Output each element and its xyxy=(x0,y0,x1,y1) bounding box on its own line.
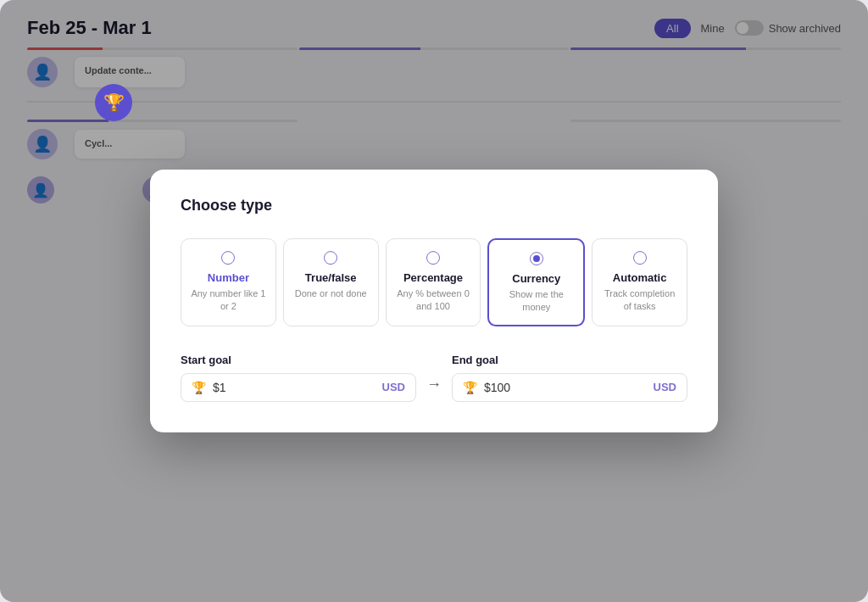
type-label-automatic: Automatic xyxy=(601,271,678,284)
type-options-container: Number Any number like 1 or 2 True/false… xyxy=(181,238,687,326)
type-option-true-false[interactable]: True/false Done or not done xyxy=(283,238,379,326)
type-option-currency[interactable]: Currency Show me the money xyxy=(487,238,585,326)
type-desc-number: Any number like 1 or 2 xyxy=(190,287,267,314)
type-radio-true-false xyxy=(324,251,337,265)
type-label-percentage: Percentage xyxy=(395,271,472,284)
type-radio-number xyxy=(221,251,235,265)
start-goal-label: Start goal xyxy=(181,354,416,366)
end-goal-label: End goal xyxy=(452,354,687,366)
end-goal-field: End goal 🏆 USD xyxy=(452,354,687,402)
type-label-currency: Currency xyxy=(498,272,575,285)
start-goal-currency: USD xyxy=(382,381,405,393)
start-goal-input-wrap: 🏆 USD xyxy=(181,373,416,402)
start-goal-trophy-icon: 🏆 xyxy=(192,381,206,394)
type-label-number: Number xyxy=(190,271,267,284)
type-label-true-false: True/false xyxy=(292,271,370,284)
end-goal-currency: USD xyxy=(654,381,676,393)
type-desc-currency: Show me the money xyxy=(498,288,575,315)
type-desc-true-false: Done or not done xyxy=(292,287,370,300)
end-goal-trophy-icon: 🏆 xyxy=(463,381,477,394)
type-desc-automatic: Track completion of tasks xyxy=(601,287,678,314)
type-option-number[interactable]: Number Any number like 1 or 2 xyxy=(181,238,276,326)
type-radio-automatic xyxy=(633,251,647,265)
goal-arrow: → xyxy=(426,376,442,393)
bg-trophy-icon: 🏆 xyxy=(95,84,132,121)
modal-dialog: Choose type Number Any number like 1 or … xyxy=(150,170,718,432)
start-goal-field: Start goal 🏆 USD xyxy=(181,354,416,402)
goal-fields-row: Start goal 🏆 USD → End goal 🏆 USD xyxy=(181,354,687,402)
type-option-automatic[interactable]: Automatic Track completion of tasks xyxy=(592,238,687,326)
type-radio-currency xyxy=(530,252,543,265)
start-goal-input[interactable] xyxy=(213,381,376,394)
type-desc-percentage: Any % between 0 and 100 xyxy=(395,287,472,314)
modal-title: Choose type xyxy=(181,197,687,215)
type-option-percentage[interactable]: Percentage Any % between 0 and 100 xyxy=(386,238,481,326)
type-radio-percentage xyxy=(426,251,440,265)
end-goal-input[interactable] xyxy=(484,381,647,394)
end-goal-input-wrap: 🏆 USD xyxy=(452,373,687,402)
